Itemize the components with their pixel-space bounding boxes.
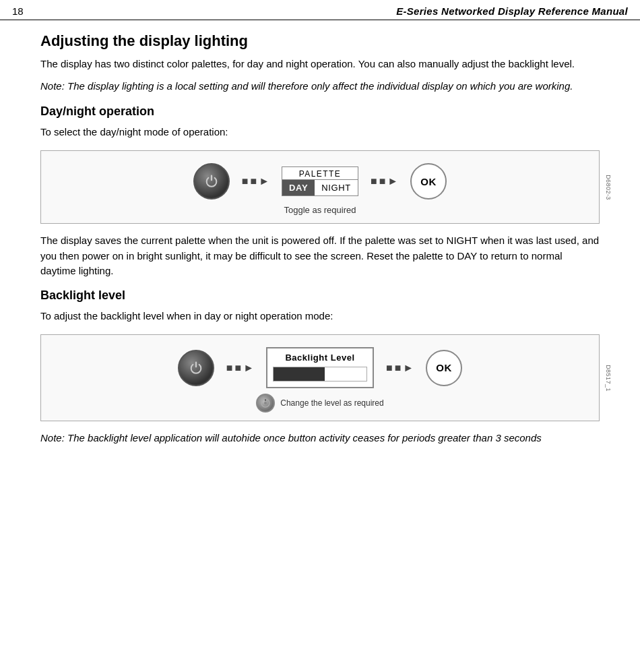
ok-button-backlight: OK [426,350,462,386]
backlight-bar-fill [274,367,325,381]
backlight-level-box: Backlight Level [266,347,374,388]
dial-caption-row: Change the level as required [256,394,383,413]
arrow-3: ■■► [226,362,254,374]
palette-options-row: DAY NIGHT [282,180,358,195]
page-number: 18 [12,5,24,17]
section3-note: Note: The backlight level application wi… [40,431,600,446]
backlight-diagram-wrapper: ■■► Backlight Level ■■► [40,334,600,421]
power-icon [204,174,219,189]
diagram-id-backlight: D8517_1 [605,365,612,392]
daynight-diagram-row: ■■► PALETTE DAY NIGHT ■■► [193,163,447,200]
daynight-diagram-wrapper: ■■► PALETTE DAY NIGHT ■■► [40,150,600,224]
section1-body1: The display has two distinct color palet… [40,57,600,72]
backlight-title: Backlight Level [273,353,367,363]
power-icon-backlight [189,361,203,375]
palette-box: PALETTE DAY NIGHT [282,166,358,196]
palette-label: PALETTE [282,167,358,180]
backlight-diagram: ■■► Backlight Level ■■► [40,334,600,421]
dial-caption: Change the level as required [280,398,383,408]
ok-button-daynight: OK [410,163,447,200]
backlight-bar-bg [273,367,367,381]
section3-body: To adjust the backlight level when in da… [40,309,600,324]
main-content: Adjusting the display lighting The displ… [0,20,640,466]
dial-icon [256,394,275,413]
power-button-backlight [178,350,214,386]
dial-svg [260,398,271,408]
ok-label-backlight: OK [436,362,452,373]
section3-heading: Backlight level [40,288,600,303]
ok-label-daynight: OK [420,176,437,187]
section1-note: Note: The display lighting is a local se… [40,79,600,94]
section2-body: To select the day/night mode of operatio… [40,125,600,140]
daynight-caption: Toggle as required [284,205,356,215]
arrow-4: ■■► [386,362,414,374]
manual-title: E-Series Networked Display Reference Man… [396,5,628,17]
section2-body2: The display saves the current palette wh… [40,233,600,279]
palette-day: DAY [282,180,315,195]
palette-night: NIGHT [315,180,358,195]
backlight-diagram-row: ■■► Backlight Level ■■► [178,347,462,388]
daynight-diagram: ■■► PALETTE DAY NIGHT ■■► [40,150,600,224]
power-button [193,163,230,200]
svg-point-1 [264,402,267,404]
diagram-id-daynight: D6802-3 [605,175,612,200]
section1-heading: Adjusting the display lighting [40,32,600,50]
section2-heading: Day/night operation [40,104,600,119]
page-header: 18 E-Series Networked Display Reference … [0,0,640,20]
arrow-2: ■■► [371,175,398,187]
arrow-1: ■■► [242,175,269,187]
page-wrapper: 18 E-Series Networked Display Reference … [0,0,640,672]
